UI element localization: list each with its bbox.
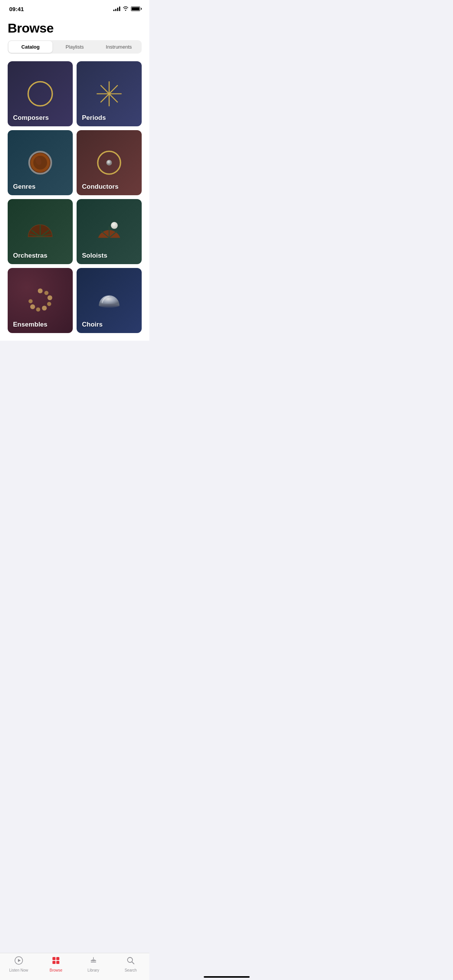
main-content: Browse Catalog Playlists Instruments Com… bbox=[0, 15, 149, 341]
svg-point-26 bbox=[36, 307, 40, 312]
category-card-soloists[interactable]: Soloists bbox=[77, 199, 142, 264]
ensembles-label: Ensembles bbox=[13, 321, 47, 328]
page-title: Browse bbox=[6, 15, 143, 40]
category-card-choirs[interactable]: Choirs bbox=[77, 268, 142, 333]
category-card-periods[interactable]: Periods bbox=[77, 61, 142, 126]
choirs-label: Choirs bbox=[82, 321, 103, 328]
tab-playlists[interactable]: Playlists bbox=[52, 41, 96, 53]
tab-catalog[interactable]: Catalog bbox=[8, 41, 52, 53]
category-grid: Composers Periods bbox=[6, 60, 143, 341]
battery-icon bbox=[131, 7, 140, 11]
status-bar: 09:41 bbox=[0, 0, 149, 15]
svg-point-21 bbox=[38, 289, 43, 294]
svg-point-20 bbox=[111, 222, 118, 229]
category-card-orchestras[interactable]: Orchestras bbox=[8, 199, 73, 264]
svg-point-23 bbox=[47, 296, 52, 301]
periods-label: Periods bbox=[82, 114, 106, 122]
composers-label: Composers bbox=[13, 114, 49, 122]
choirs-icon bbox=[92, 283, 126, 318]
svg-point-27 bbox=[30, 304, 35, 309]
svg-point-28 bbox=[28, 299, 33, 303]
category-card-ensembles[interactable]: Ensembles bbox=[8, 268, 73, 333]
orchestras-icon bbox=[23, 214, 57, 249]
svg-point-11 bbox=[106, 160, 112, 165]
conductors-icon bbox=[92, 145, 126, 180]
status-icons bbox=[113, 5, 140, 12]
ensembles-icon bbox=[23, 283, 57, 318]
category-card-genres[interactable]: Genres bbox=[8, 130, 73, 195]
periods-icon bbox=[92, 77, 126, 111]
tab-bar: Catalog Playlists Instruments bbox=[8, 40, 142, 54]
soloists-icon bbox=[92, 214, 126, 249]
orchestras-label: Orchestras bbox=[13, 252, 47, 260]
conductors-label: Conductors bbox=[82, 183, 118, 191]
svg-point-0 bbox=[28, 82, 52, 106]
svg-point-29 bbox=[99, 304, 119, 307]
soloists-label: Soloists bbox=[82, 252, 107, 260]
svg-point-22 bbox=[44, 291, 49, 295]
composers-icon bbox=[23, 77, 57, 111]
svg-point-25 bbox=[42, 306, 47, 311]
category-card-conductors[interactable]: Conductors bbox=[77, 130, 142, 195]
category-card-composers[interactable]: Composers bbox=[8, 61, 73, 126]
genres-label: Genres bbox=[13, 183, 36, 191]
svg-point-24 bbox=[47, 302, 51, 306]
tab-instruments[interactable]: Instruments bbox=[97, 41, 141, 53]
signal-icon bbox=[113, 7, 120, 11]
status-time: 09:41 bbox=[9, 6, 24, 12]
wifi-icon bbox=[123, 5, 129, 12]
genres-icon bbox=[23, 145, 57, 180]
